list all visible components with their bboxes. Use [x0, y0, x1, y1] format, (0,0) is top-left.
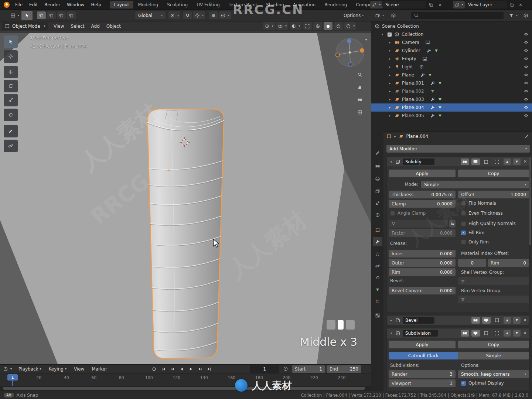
tab-particles[interactable]: [373, 250, 382, 259]
scene-browse-button[interactable]: ▾: [370, 1, 382, 8]
tab-render[interactable]: [373, 162, 382, 171]
bevel-header[interactable]: ▸ Bevel ▲ ▼ ✕: [387, 316, 529, 325]
outliner-row-camera[interactable]: ▸ Camera: [371, 38, 532, 47]
subdivision-copy-button[interactable]: Copy: [458, 341, 529, 348]
previous-keyframe-button[interactable]: [168, 365, 177, 373]
tool-transform[interactable]: [4, 109, 18, 121]
tool-select-box[interactable]: [4, 35, 18, 48]
playhead-line[interactable]: [12, 380, 13, 386]
tab-constraints[interactable]: [373, 273, 382, 282]
camera-view-button[interactable]: [355, 95, 365, 105]
pivot-point-dropdown[interactable]: ▾: [168, 11, 180, 19]
delete-scene-button[interactable]: ✕: [436, 1, 444, 8]
tool-cursor[interactable]: [4, 50, 18, 63]
tool-annotate[interactable]: [4, 125, 18, 137]
mode-dropdown[interactable]: Object Mode ▾: [2, 22, 48, 30]
disclosure-icon[interactable]: ▸: [387, 73, 392, 77]
outliner-row-plane-002[interactable]: ▸ Plane.002: [371, 87, 532, 95]
workspace-tab-layout[interactable]: Layout: [110, 1, 133, 8]
workspace-tab-modeling[interactable]: Modeling: [134, 1, 163, 8]
xray-toggle-button[interactable]: ▾: [290, 22, 301, 30]
viewport-menu-select[interactable]: Select: [67, 21, 88, 31]
crease-rim-field[interactable]: Rim0.000: [389, 268, 456, 276]
editor-type-button[interactable]: ▾: [3, 11, 21, 19]
rim-vertex-group-field[interactable]: [458, 296, 529, 303]
timeline-editor-type-button[interactable]: ▾: [0, 366, 15, 372]
modifier-name-field[interactable]: Subdivision: [403, 330, 438, 337]
eye-icon[interactable]: [524, 32, 529, 37]
jump-to-end-button[interactable]: [205, 365, 214, 373]
toggle-realtime-button[interactable]: [471, 158, 480, 165]
shell-vertex-group-field[interactable]: [458, 277, 529, 285]
solidify-copy-button[interactable]: Copy: [458, 170, 529, 177]
catmull-clark-button[interactable]: Catmull-Clark: [389, 352, 458, 359]
disclosure-icon[interactable]: ▸: [387, 65, 392, 69]
disclosure-icon[interactable]: ▸: [387, 81, 392, 85]
shading-corners-button[interactable]: [303, 22, 312, 30]
outliner-display-mode-button[interactable]: [389, 11, 398, 19]
playhead-marker[interactable]: 1: [7, 374, 18, 381]
move-modifier-up-button[interactable]: ▲: [504, 330, 511, 337]
add-modifier-dropdown[interactable]: Add Modifier▾: [386, 145, 530, 153]
delete-view-layer-button[interactable]: ✕: [516, 1, 525, 8]
move-modifier-down-button[interactable]: ▼: [513, 158, 521, 165]
workspace-tab-texture-paint[interactable]: Texture Paint: [225, 1, 261, 8]
options-dropdown[interactable]: Options▾: [341, 11, 366, 19]
angle-clamp-checkbox[interactable]: Angle Clamp: [390, 211, 426, 216]
timeline-menu-view[interactable]: View: [70, 365, 88, 373]
toggle-editmode-button[interactable]: [493, 317, 501, 324]
viewport-menu-add[interactable]: Add: [88, 21, 103, 31]
subdivision-header[interactable]: ▾ Subdivision ▲ ▼ ✕: [387, 328, 529, 338]
timeline-ruler[interactable]: 2040 6080 100120 140160 180200 220240 1: [0, 373, 371, 386]
start-frame-field[interactable]: Start1: [292, 365, 325, 373]
scene-name-field[interactable]: Scene: [383, 1, 426, 8]
eye-icon[interactable]: [524, 48, 529, 53]
active-tool-button[interactable]: [21, 11, 33, 20]
select-mode-intersect-button[interactable]: [67, 11, 76, 19]
shading-wireframe-button[interactable]: [313, 22, 322, 30]
collapse-icon[interactable]: ▾: [389, 160, 393, 164]
close-modifier-icon[interactable]: ✕: [524, 318, 527, 323]
play-button[interactable]: [187, 365, 195, 373]
use-preview-range-button[interactable]: [283, 366, 288, 371]
collection-checkbox[interactable]: ✓: [387, 32, 392, 37]
proportional-editing-button[interactable]: [209, 11, 218, 19]
move-modifier-up-button[interactable]: ▲: [504, 317, 511, 324]
eye-icon[interactable]: [524, 81, 529, 86]
toggle-render-button[interactable]: [461, 330, 469, 337]
subdivision-apply-button[interactable]: Apply: [389, 341, 456, 348]
outliner-row-cylinder[interactable]: ▸ Cylinder: [371, 47, 532, 55]
play-reverse-button[interactable]: [178, 365, 186, 373]
outliner-filter-button[interactable]: ▾: [507, 11, 519, 19]
select-mode-subtract-button[interactable]: [57, 11, 66, 19]
tab-physics[interactable]: [373, 262, 382, 270]
timeline-menu-marker[interactable]: Marker: [88, 365, 110, 373]
workspace-tab-sculpting[interactable]: Sculpting: [163, 1, 192, 8]
even-thickness-checkbox[interactable]: Even Thickness: [461, 211, 503, 216]
outliner-row-empty[interactable]: ▸ Empty: [371, 55, 532, 63]
bevel-convex-field[interactable]: Bevel Convex0.000: [389, 287, 456, 294]
menu-render[interactable]: Render: [41, 0, 64, 9]
outliner-row-light[interactable]: ▸ Light: [371, 63, 532, 71]
material-index-value-field[interactable]: 0: [458, 259, 486, 267]
properties-scrollbar[interactable]: [529, 157, 531, 245]
ortho-toggle-button[interactable]: [355, 107, 365, 117]
new-view-layer-button[interactable]: [508, 1, 516, 8]
timeline-scrollbar[interactable]: [3, 387, 365, 390]
simple-button[interactable]: Simple: [458, 352, 529, 359]
only-rim-checkbox[interactable]: Only Rim: [461, 239, 489, 245]
end-frame-field[interactable]: End250: [327, 365, 361, 373]
thickness-field[interactable]: Thickness0.0075 m: [389, 191, 456, 198]
tool-rotate[interactable]: [4, 80, 18, 92]
overlays-dropdown[interactable]: ▾: [276, 22, 288, 30]
auto-keying-button[interactable]: [150, 365, 158, 373]
optimal-display-checkbox[interactable]: ✓Optimal Display: [461, 381, 504, 386]
timeline-menu-keying[interactable]: Keying▾: [45, 365, 70, 373]
outliner-row-plane-005[interactable]: ▸ Plane.005: [371, 112, 532, 120]
toggle-editmode-button[interactable]: [482, 158, 491, 165]
toggle-realtime-button[interactable]: [482, 317, 491, 324]
viewport-subdivisions-field[interactable]: Viewport3: [389, 379, 456, 387]
eye-icon[interactable]: [524, 113, 529, 118]
select-mode-extend-button[interactable]: [47, 11, 56, 19]
gizmo-dropdown[interactable]: ▾: [263, 22, 275, 30]
